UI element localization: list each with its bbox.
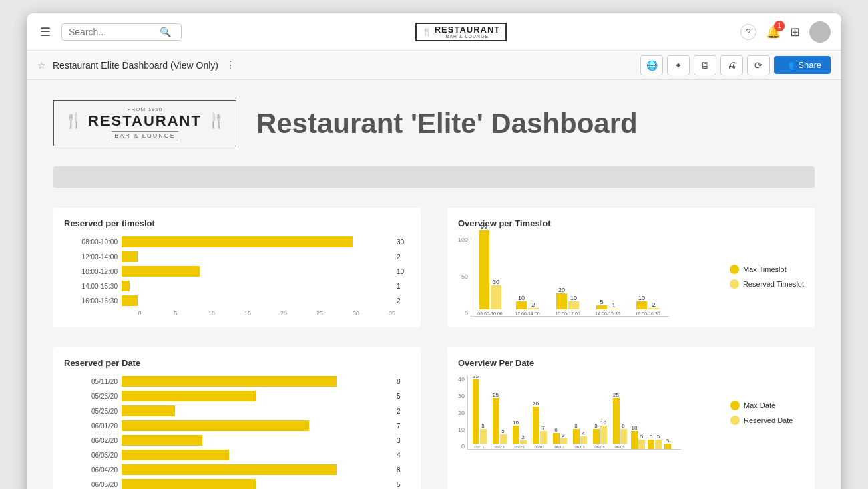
legend-label: Max Date	[744, 401, 775, 410]
avatar[interactable]	[809, 21, 831, 43]
y-label: 100	[458, 236, 468, 243]
timeslot-vbar-area: 100 50 0 99	[458, 236, 722, 317]
date-vbar-7: 8 10 06/04	[591, 420, 608, 449]
star-icon[interactable]: ☆	[37, 60, 46, 71]
hbar-label: 16:00-16:30	[64, 297, 118, 305]
hbar-label: 06/01/20	[64, 422, 118, 430]
legend-dot-reserved-date	[730, 416, 740, 425]
hbar-track	[122, 281, 390, 291]
nav-right: ? 🔔 1 ⊞	[740, 21, 831, 43]
hbar-label: 10:00-12:00	[64, 268, 118, 275]
hbar-track	[122, 391, 390, 401]
hbar-label: 06/04/20	[64, 466, 118, 474]
hbar-label: 08:00-10:00	[64, 238, 118, 246]
timeslot-legend: Max Timeslot Reserved Timeslot	[730, 236, 804, 317]
hbar-value: 1	[397, 283, 410, 290]
date-bar-title: Reserved per Date	[64, 358, 410, 368]
y-label: 0	[461, 443, 465, 450]
date-vbar-1: 35 8 05/11	[471, 376, 488, 449]
notifications-button[interactable]: 🔔 1	[766, 25, 781, 39]
top-nav: ☰ 🔍 🍴 RESTAURANT BAR & LOUNGE ? 🔔 1	[27, 13, 841, 51]
legend-max-timeslot: Max Timeslot	[730, 265, 804, 274]
timeslot-overview-content: 100 50 0 99	[458, 236, 804, 317]
search-icon: 🔍	[160, 27, 171, 37]
hbar-label: 05/25/20	[64, 408, 118, 415]
axis-label: 35	[374, 310, 410, 317]
date-hbar: 05/11/20 8 05/23/20 5 05/2	[64, 376, 410, 489]
date-hbar-row-8: 06/05/20 5	[64, 479, 410, 489]
date-vbar-10: 5 5	[648, 434, 662, 449]
hbar-track	[122, 251, 390, 262]
hbar-value: 5	[397, 481, 410, 488]
hbar-row-1: 08:00-10:00 30	[64, 236, 410, 247]
date-vbar-2: 25 5 05/23	[491, 392, 508, 449]
charts-row-2: Reserved per Date 05/11/20 8 05/23/20	[53, 347, 815, 489]
nav-logo-sub: BAR & LOUNGE	[435, 34, 501, 39]
date-overview-title: Overview Per Date	[458, 358, 804, 368]
legend-label: Reserved Timeslot	[743, 280, 804, 288]
logo-fork-right: 🍴	[206, 112, 225, 130]
y-label: 40	[458, 376, 465, 383]
hbar-label: 14:00-15:30	[64, 283, 118, 290]
legend-reserved-timeslot: Reserved Timeslot	[730, 279, 804, 289]
y-label: 20	[458, 410, 465, 416]
date-overview-chart: Overview Per Date 40 30 20 10 0	[447, 347, 815, 489]
hamburger-button[interactable]: ☰	[37, 22, 53, 42]
nav-logo-box: 🍴 RESTAURANT BAR & LOUNGE	[415, 23, 507, 41]
filter-button[interactable]: ✦	[667, 55, 690, 75]
screen-button[interactable]: 🖥	[694, 55, 716, 75]
hbar-value: 10	[397, 268, 410, 275]
date-vbar-3: 10 2 05/25	[511, 420, 528, 449]
date-vbar-6: 8 4 06/03	[571, 423, 588, 449]
y-label: 0	[465, 310, 468, 317]
search-input[interactable]	[69, 27, 156, 37]
hbar-track	[122, 266, 390, 277]
date-hbar-row-5: 06/02/20 3	[64, 435, 410, 446]
print-button[interactable]: 🖨	[720, 55, 743, 75]
hbar-track	[122, 420, 390, 431]
nav-logo: 🍴 RESTAURANT BAR & LOUNGE	[415, 23, 507, 41]
axis-label: 0	[122, 310, 158, 317]
hbar-value: 30	[397, 238, 410, 246]
hbar-value: 5	[397, 393, 410, 400]
hbar-track	[122, 236, 390, 247]
timeslot-bar-title: Reserved per timeslot	[64, 218, 410, 228]
hbar-value: 8	[397, 378, 410, 385]
date-vbar-4: 20 7 06/01	[531, 401, 548, 449]
vbar-group-5: 10 2 16:00-16:30	[630, 295, 665, 316]
hbar-value: 3	[397, 437, 410, 444]
search-box: 🔍	[61, 23, 182, 41]
hbar-label: 12:00-14:00	[64, 253, 118, 261]
vbar-group-1: 99 30 08:00-10:00	[475, 224, 505, 316]
legend-dot-max-date	[730, 401, 740, 410]
axis-label: 5	[158, 310, 194, 317]
browser-window: ☰ 🔍 🍴 RESTAURANT BAR & LOUNGE ? 🔔 1	[27, 13, 841, 489]
hbar-label: 05/23/20	[64, 393, 118, 400]
more-options-button[interactable]: ⋮	[225, 59, 236, 71]
legend-label: Max Timeslot	[743, 265, 787, 273]
hbar-track	[122, 435, 390, 446]
grid-button[interactable]: ⊞	[790, 25, 800, 39]
hbar-value: 2	[397, 253, 410, 261]
refresh-button[interactable]: ⟳	[747, 55, 770, 75]
hbar-track	[122, 405, 390, 416]
hbar-track	[122, 295, 390, 306]
y-label: 30	[458, 393, 465, 399]
main-content: FROM 1950 🍴 RESTAURANT 🍴 BAR & LOUNGE Re…	[27, 80, 841, 489]
notification-badge: 1	[774, 21, 785, 31]
date-hbar-row-7: 06/04/20 8	[64, 464, 410, 475]
charts-row-1: Reserved per timeslot 08:00-10:00 30 12:…	[53, 208, 815, 327]
date-hbar-row-2: 05/23/20 5	[64, 391, 410, 401]
hbar-track	[122, 376, 390, 387]
share-button[interactable]: 👥 Share	[774, 56, 831, 74]
axis-label: 30	[338, 310, 374, 317]
hbar-label: 05/11/20	[64, 378, 118, 385]
hbar-row-3: 10:00-12:00 10	[64, 266, 410, 277]
help-button[interactable]: ?	[740, 24, 756, 40]
date-vbar-11: 3	[664, 438, 678, 449]
legend-dot-max	[730, 265, 739, 274]
globe-button[interactable]: 🌐	[640, 55, 663, 75]
dashboard-header: FROM 1950 🍴 RESTAURANT 🍴 BAR & LOUNGE Re…	[53, 100, 815, 146]
hbar-axis: 0 5 10 15 20 25 30 35	[64, 310, 410, 317]
filter-bar[interactable]	[53, 166, 815, 188]
